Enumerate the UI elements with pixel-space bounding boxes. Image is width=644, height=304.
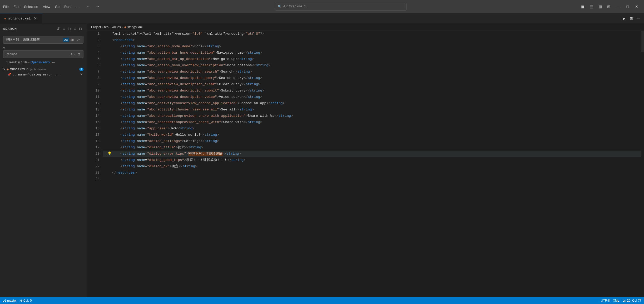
clear-results-button[interactable]: ≡ — [62, 26, 66, 32]
tab-file-icon: ◈ — [4, 17, 6, 20]
toggle-right-panel-button[interactable]: ▥ — [597, 3, 603, 10]
regex-button[interactable]: .* — [76, 38, 81, 42]
breadcrumb-res[interactable]: res — [104, 25, 108, 29]
match-case-button[interactable]: Aa — [63, 38, 69, 42]
code-line[interactable]: <string name="abc_searchview_description… — [103, 69, 641, 75]
line-number: 7 — [87, 69, 100, 75]
line-number: 16 — [87, 125, 100, 132]
global-search-box[interactable]: 🔍 AliCrackme_1 — [275, 3, 407, 11]
minimize-button[interactable]: — — [614, 3, 623, 10]
result-match-item[interactable]: 📌 ...name="dialog_error_... ✕ — [0, 72, 87, 77]
close-panel-button[interactable]: ⊟ — [78, 26, 83, 32]
line-code: <string name="abc_searchview_description… — [112, 88, 264, 94]
code-line[interactable]: <string name="abc_action_bar_up_descript… — [103, 56, 641, 62]
replace-label: Replace — [6, 52, 17, 56]
split-editor-button[interactable]: ⊟ — [628, 15, 635, 22]
forward-button[interactable]: → — [93, 3, 102, 10]
whole-word-button[interactable]: ab — [70, 38, 75, 42]
code-line[interactable]: 💡 <string name="dialog_error_tips">密码不对，… — [103, 151, 641, 157]
replace-row: Replace AB ⊡ — [3, 50, 83, 58]
more-tab-actions[interactable]: ··· — [636, 15, 642, 22]
results-more-button[interactable]: ··· — [51, 60, 56, 64]
code-line[interactable]: <string name="dialog_title">提示</string> — [103, 144, 641, 151]
breadcrumb-sep-3: › — [122, 25, 123, 29]
status-errors: ⊗ 0 ⚠ 0 — [20, 299, 32, 302]
pin-icon: 📌 — [7, 73, 11, 76]
menu-edit[interactable]: Edit — [13, 5, 19, 9]
replace-input[interactable] — [18, 52, 68, 56]
line-code: <resources> — [112, 37, 135, 43]
status-branch[interactable]: ⎇ master — [3, 299, 17, 302]
lightbulb-icon[interactable]: 💡 — [107, 151, 112, 157]
collapse-toggle[interactable]: ∨ — [0, 46, 87, 50]
close-button[interactable]: ✕ — [632, 3, 641, 10]
code-content[interactable]: "xml-bracket"><?xml "xml-attr">version="… — [103, 31, 641, 297]
code-line[interactable]: <resources> — [103, 37, 641, 43]
code-line[interactable]: <string name="abc_action_menu_overflow_d… — [103, 62, 641, 69]
tab-bar: ◈ strings.xml ✕ ▶ ⊟ ··· — [0, 13, 644, 24]
menu-go[interactable]: Go — [55, 5, 60, 9]
run-button[interactable]: ▶ — [621, 15, 627, 22]
line-number: 9 — [87, 81, 100, 88]
code-line[interactable]: </resources> — [103, 170, 641, 176]
tab-close-button[interactable]: ✕ — [33, 16, 38, 21]
menu-view[interactable]: View — [43, 5, 50, 9]
code-line[interactable]: <string name="abc_searchview_description… — [103, 75, 641, 81]
maximize-button[interactable]: □ — [624, 3, 631, 10]
line-code: </resources> — [112, 170, 137, 176]
code-line[interactable]: <string name="dialog_ok">确定</string> — [103, 163, 641, 170]
breadcrumb-project[interactable]: Project — [91, 25, 101, 29]
preserve-case-button[interactable]: ⊡ — [77, 52, 81, 57]
result-file-icon: ◈ — [7, 68, 9, 71]
result-expand-icon: ∨ — [3, 67, 6, 71]
code-line[interactable]: <string name="hello_world">Hello world!<… — [103, 132, 641, 138]
line-number: 8 — [87, 75, 100, 81]
breadcrumb-sep-1: › — [102, 25, 103, 29]
code-line[interactable]: <string name="abc_activitychooserview_ch… — [103, 100, 641, 107]
menu-selection[interactable]: Selection — [24, 5, 38, 9]
breadcrumb-values[interactable]: values — [112, 25, 121, 29]
toggle-panel-button[interactable]: ▤ — [588, 3, 595, 10]
menu-more[interactable]: ··· — [75, 5, 80, 9]
minimap — [641, 31, 644, 297]
code-line[interactable]: <string name="abc_action_bar_home_descri… — [103, 50, 641, 56]
tab-strings-xml[interactable]: ◈ strings.xml ✕ — [0, 13, 42, 24]
code-line[interactable]: "xml-bracket"><?xml "xml-attr">version="… — [103, 31, 641, 37]
toggle-sidebar-button[interactable]: ▣ — [579, 3, 586, 10]
new-search-button[interactable]: □ — [67, 26, 72, 32]
code-line[interactable]: <string name="abc_shareactionprovider_sh… — [103, 113, 641, 119]
line-code: <string name="dialog_ok">确定</string> — [112, 163, 197, 170]
line-code: <string name="app_name">UFO</string> — [112, 125, 194, 132]
result-file-path: Project\res\valu... — [26, 68, 48, 71]
search-input[interactable] — [6, 38, 62, 42]
code-line[interactable]: <string name="app_name">UFO</string> — [103, 125, 641, 132]
line-number: 20 — [87, 151, 100, 157]
line-code: <string name="abc_searchview_description… — [112, 81, 260, 88]
refresh-button[interactable]: ↺ — [55, 26, 61, 32]
menu-run[interactable]: Run — [64, 5, 71, 9]
code-line[interactable]: <string name="abc_searchview_description… — [103, 88, 641, 94]
code-line[interactable]: <string name="abc_action_mode_done">Done… — [103, 43, 641, 50]
code-line[interactable]: <string name="abc_shareactionprovider_sh… — [103, 119, 641, 125]
line-code: <string name="dialog_error_tips">密码不对，请继… — [112, 151, 241, 157]
layout-button[interactable]: ⊞ — [606, 3, 612, 10]
open-in-editor-link[interactable]: Open in editor — [31, 60, 50, 64]
result-file-item[interactable]: ∨ ◈ strings.xml Project\res\valu... 1 — [0, 67, 87, 72]
code-line[interactable]: <string name="abc_searchview_description… — [103, 94, 641, 100]
line-code: <string name="abc_shareactionprovider_sh… — [112, 119, 262, 125]
match-close-button[interactable]: ✕ — [79, 72, 83, 77]
chevron-down-icon: ∨ — [3, 46, 5, 50]
line-number: 11 — [87, 94, 100, 100]
code-line[interactable]: <string name="abc_searchview_description… — [103, 81, 641, 88]
code-line[interactable]: <string name="abc_activity_chooser_view_… — [103, 107, 641, 113]
code-line[interactable]: <string name="dialog_good_tips">恭喜！！！破解成… — [103, 157, 641, 163]
code-line[interactable] — [103, 176, 641, 182]
replace-all-button[interactable]: AB — [70, 52, 76, 56]
line-code: <string name="abc_action_mode_done">Done… — [112, 43, 221, 50]
breadcrumb-file[interactable]: strings.xml — [127, 25, 142, 29]
back-button[interactable]: ← — [84, 3, 92, 10]
menu-file[interactable]: File — [3, 5, 9, 9]
collapse-all-button[interactable]: ≡ — [72, 26, 77, 32]
status-encoding: UTF-8 — [601, 299, 610, 302]
code-line[interactable]: <string name="action_settings">Settings<… — [103, 138, 641, 144]
